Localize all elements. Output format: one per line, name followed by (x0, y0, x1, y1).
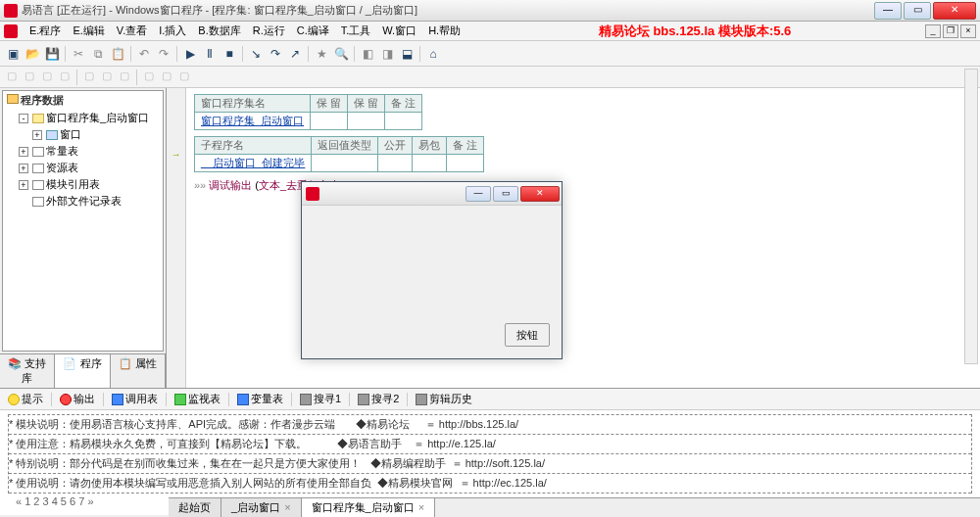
menu-view[interactable]: V.查看 (111, 22, 153, 40)
menu-insert[interactable]: I.插入 (153, 22, 192, 40)
tb2-icon[interactable]: ▢ (81, 70, 97, 85)
dialog-minimize-button[interactable]: — (466, 186, 491, 202)
output-line: * 使用说明：请勿使用本模块编写或用恶意插入别人网站的所有使用全部自负 ◆精易模… (9, 474, 971, 494)
tree-item[interactable]: +常量表 (3, 143, 163, 160)
tb2-icon[interactable]: ▢ (22, 70, 37, 85)
runtime-dialog: — ▭ ✕ 按钮 (301, 181, 563, 359)
tb-redo-icon[interactable]: ↷ (155, 45, 172, 63)
mdi-restore-button[interactable]: ❐ (943, 24, 958, 38)
menu-edit[interactable]: E.编辑 (67, 22, 110, 40)
tb-open-icon[interactable]: 📂 (24, 45, 41, 63)
tree-item[interactable]: -窗口程序集_启动窗口 (3, 110, 163, 126)
ad-banner: 精易论坛 bbs.125.la 模块版本:5.6 (466, 23, 923, 40)
tb-stepout-icon[interactable]: ↗ (286, 45, 304, 63)
assembly-name-link[interactable]: 窗口程序集_启动窗口 (195, 113, 311, 130)
main-toolbar: ▣ 📂 💾 ✂ ⧉ 📋 ↶ ↷ ▶ Ⅱ ■ ↘ ↷ ↗ ★ 🔍 ◧ ◨ ⬓ ⌂ (0, 41, 980, 67)
subroutine-table: 子程序名返回值类型公开易包备 注 __启动窗口_创建完毕 (194, 136, 484, 172)
tb-cut-icon[interactable]: ✂ (70, 45, 87, 63)
project-tree[interactable]: 程序数据 -窗口程序集_启动窗口+窗口+常量表+资源表+模块引用表外部文件记录表 (2, 90, 164, 352)
tb-bookmark-icon[interactable]: ★ (313, 45, 330, 63)
minimize-button[interactable]: — (874, 2, 902, 20)
secondary-toolbar: ▢ ▢ ▢ ▢ ▢ ▢ ▢ ▢ ▢ ▢ (0, 67, 980, 88)
output-tab-搜寻1[interactable]: 搜寻1 (296, 391, 345, 407)
output-tab-调用表[interactable]: 调用表 (108, 391, 162, 407)
mdi-close-button[interactable]: × (960, 24, 976, 38)
output-tab-搜寻2[interactable]: 搜寻2 (354, 391, 403, 407)
tb-misc1-icon[interactable]: ◧ (359, 45, 376, 63)
subroutine-name-link[interactable]: __启动窗口_创建完毕 (195, 155, 312, 172)
output-tab-输出[interactable]: 输出 (56, 391, 99, 407)
menu-app-icon (4, 24, 18, 38)
maximize-button[interactable]: ▭ (904, 2, 931, 20)
tb2-icon[interactable]: ▢ (39, 70, 55, 85)
mdi-minimize-button[interactable]: _ (925, 24, 941, 38)
tb-stepover-icon[interactable]: ↷ (267, 45, 284, 63)
tb-stop-icon[interactable]: ■ (220, 45, 238, 63)
tb-misc2-icon[interactable]: ◨ (378, 45, 396, 63)
tb-run-icon[interactable]: ▶ (181, 45, 199, 63)
dialog-close-button[interactable]: ✕ (520, 186, 560, 202)
menu-window[interactable]: W.窗口 (376, 22, 422, 40)
tb2-icon[interactable]: ▢ (159, 70, 174, 85)
tb2-icon[interactable]: ▢ (57, 70, 73, 85)
tb2-icon[interactable]: ▢ (141, 70, 157, 85)
output-tab-提示[interactable]: 提示 (4, 391, 47, 407)
output-tab-变量表[interactable]: 变量表 (233, 391, 287, 407)
tab-close-icon[interactable]: × (284, 501, 290, 513)
close-button[interactable]: ✕ (933, 2, 976, 20)
output-tab-剪辑历史[interactable]: 剪辑历史 (412, 391, 476, 407)
tb-paste-icon[interactable]: 📋 (109, 45, 126, 63)
side-tab-lib[interactable]: 📚 支持库 (0, 354, 55, 388)
tb-undo-icon[interactable]: ↶ (135, 45, 153, 63)
dialog-maximize-button[interactable]: ▭ (493, 186, 518, 202)
tb-save-icon[interactable]: 💾 (43, 45, 61, 63)
tb-misc3-icon[interactable]: ⬓ (398, 45, 416, 63)
tab-close-icon[interactable]: × (418, 501, 424, 513)
tree-item[interactable]: 外部文件记录表 (3, 193, 163, 210)
tb2-icon[interactable]: ▢ (176, 70, 192, 85)
window-title: 易语言 [正在运行] - Windows窗口程序 - [程序集: 窗口程序集_启… (22, 3, 872, 18)
menu-run[interactable]: R.运行 (247, 22, 291, 40)
exec-pointer-icon: → (167, 88, 185, 160)
menu-tools[interactable]: T.工具 (335, 22, 377, 40)
tb2-icon[interactable]: ▢ (99, 70, 115, 85)
menu-help[interactable]: H.帮助 (422, 22, 466, 40)
tree-item[interactable]: +窗口 (3, 126, 163, 143)
tree-item[interactable]: +资源表 (3, 160, 163, 176)
code-tab-startwindow[interactable]: _启动窗口× (221, 498, 302, 517)
menu-database[interactable]: B.数据库 (192, 22, 246, 40)
code-tab-start[interactable]: 起始页 (169, 498, 221, 517)
tb-pause-icon[interactable]: Ⅱ (201, 45, 219, 63)
output-tab-监视表[interactable]: 监视表 (171, 391, 224, 407)
tb-find-icon[interactable]: 🔍 (332, 45, 350, 63)
tb-copy-icon[interactable]: ⧉ (89, 45, 107, 63)
output-line: * 使用注意：精易模块永久免费，可直接到【精易论坛】下载。 ◆易语言助手 ＝ h… (9, 435, 971, 454)
code-tab-assembly[interactable]: 窗口程序集_启动窗口× (302, 498, 436, 517)
app-icon (4, 4, 18, 18)
tb2-icon[interactable]: ▢ (117, 70, 132, 85)
vertical-scrollbar[interactable] (964, 69, 978, 364)
tb-home-icon[interactable]: ⌂ (424, 45, 442, 63)
assembly-table: 窗口程序集名保 留保 留备 注 窗口程序集_启动窗口 (194, 94, 422, 130)
menu-program[interactable]: E.程序 (24, 22, 67, 40)
dialog-button[interactable]: 按钮 (505, 323, 550, 347)
dialog-app-icon (306, 187, 319, 201)
tree-item[interactable]: +模块引用表 (3, 176, 163, 193)
menu-compile[interactable]: C.编译 (291, 22, 335, 40)
side-tab-props[interactable]: 📋 属性 (111, 354, 166, 388)
side-tab-program[interactable]: 📄 程序 (55, 354, 110, 388)
output-line: * 特别说明：部分代码是在别而收集过来，集在在一起只是方便大家使用！ ◆精易编程… (9, 454, 971, 474)
tb-new-icon[interactable]: ▣ (4, 45, 22, 63)
tree-title: 程序数据 (21, 94, 64, 106)
tb2-icon[interactable]: ▢ (4, 70, 20, 85)
folder-icon (7, 94, 19, 104)
tb-stepinto-icon[interactable]: ↘ (247, 45, 265, 63)
output-line: * 模块说明：使用易语言核心支持库、API完成。感谢：作者漫步云端 ◆精易论坛 … (9, 415, 971, 435)
